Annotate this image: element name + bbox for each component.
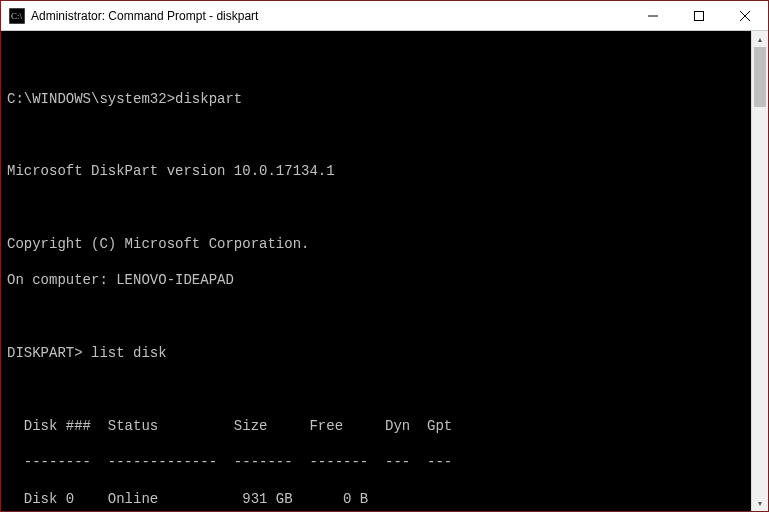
content-area: C:\WINDOWS\system32>diskpart Microsoft D… [1,31,768,511]
cmd-input: list disk [91,345,167,361]
cmd-input: diskpart [175,91,242,107]
maximize-button[interactable] [676,1,722,30]
version-text: Microsoft DiskPart version 10.0.17134.1 [7,162,745,180]
diskpart-prompt: DISKPART> [7,345,83,361]
table-header: Disk ### Status Size Free Dyn Gpt [7,417,745,435]
copyright-text: Copyright (C) Microsoft Corporation. [7,235,745,253]
terminal-line: DISKPART> list disk [7,344,745,362]
window-title: Administrator: Command Prompt - diskpart [31,9,630,23]
terminal-line [7,126,745,144]
computer-text: On computer: LENOVO-IDEAPAD [7,271,745,289]
titlebar[interactable]: C:\ Administrator: Command Prompt - disk… [1,1,768,31]
scrollbar-thumb[interactable] [754,47,766,107]
terminal-line [7,381,745,399]
svg-text:C:\: C:\ [11,11,23,21]
cmd-icon: C:\ [9,8,25,24]
terminal-line [7,308,745,326]
close-button[interactable] [722,1,768,30]
cmd-prompt: C:\WINDOWS\system32> [7,91,175,107]
scroll-down-arrow[interactable]: ▾ [752,495,768,511]
window-controls [630,1,768,30]
terminal-line [7,53,745,71]
terminal-line [7,199,745,217]
minimize-button[interactable] [630,1,676,30]
terminal-output[interactable]: C:\WINDOWS\system32>diskpart Microsoft D… [1,31,751,511]
scroll-up-arrow[interactable]: ▴ [752,31,768,47]
svg-rect-3 [695,11,704,20]
table-divider: -------- ------------- ------- ------- -… [7,453,745,471]
terminal-line: C:\WINDOWS\system32>diskpart [7,90,745,108]
app-window: C:\ Administrator: Command Prompt - disk… [0,0,769,512]
vertical-scrollbar[interactable]: ▴ ▾ [751,31,768,511]
table-row: Disk 0 Online 931 GB 0 B [7,490,745,508]
